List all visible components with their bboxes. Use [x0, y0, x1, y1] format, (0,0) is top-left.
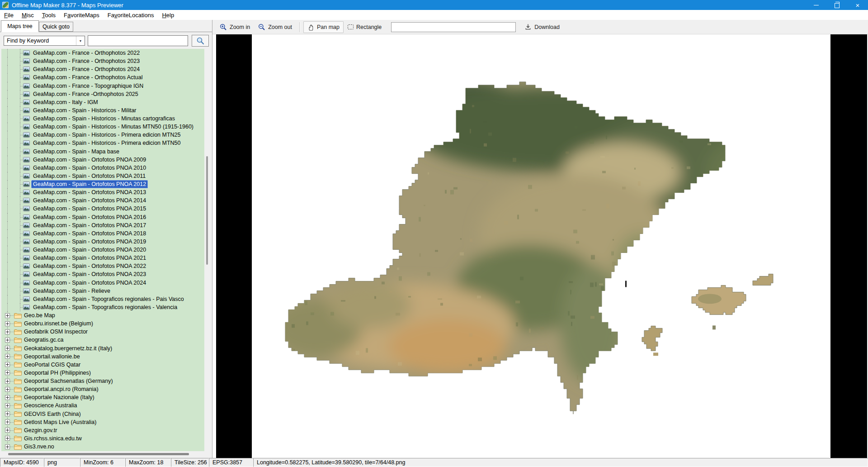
tab-quick-goto[interactable]: Quick goto — [39, 22, 73, 32]
expand-plus-icon[interactable] — [5, 411, 10, 416]
tree-item[interactable]: GeaMap.com - Spain - Ortofotos PNOA 2014 — [1, 196, 204, 205]
tree-item[interactable]: GeaMap.com - France - Orthophotos Actual — [1, 73, 204, 81]
tree-folder[interactable]: GEOVIS Earth (China) — [1, 410, 204, 418]
search-input[interactable] — [88, 35, 188, 46]
minimize-button[interactable] — [806, 0, 826, 10]
close-button[interactable]: × — [847, 0, 868, 10]
tree-item[interactable]: GeaMap.com - Spain - Historicos - Primer… — [1, 131, 204, 139]
search-filter-select[interactable]: Find by Keyword ▼ — [4, 36, 85, 46]
map-viewport[interactable] — [212, 34, 868, 458]
tree-folder[interactable]: Gezgin.gov.tr — [1, 426, 204, 434]
tab-maps-tree[interactable]: Maps tree — [1, 20, 39, 32]
map-canvas[interactable] — [212, 34, 868, 458]
tree-item[interactable]: GeaMap.com - Spain - Mapa base — [1, 148, 204, 156]
tree-folder[interactable]: Geobru.irisnet.be (Belgium) — [1, 319, 204, 328]
menu-misc[interactable]: Misc — [18, 11, 38, 19]
zoom-in-button[interactable]: Zoom in — [216, 21, 254, 33]
tree-folder[interactable]: Geoportale Nazionale (Italy) — [1, 393, 204, 401]
tree-folder[interactable]: Gis.rchss.sinica.edu.tw — [1, 434, 204, 443]
expand-plus-icon[interactable] — [5, 321, 10, 326]
tree-item[interactable]: GeaMap.com - Spain - Ortofotos PNOA 2024 — [1, 279, 204, 287]
expand-plus-icon[interactable] — [5, 313, 10, 318]
menu-favoritelocations[interactable]: FavoriteLocations — [104, 11, 158, 19]
tree-item[interactable]: GeaMap.com - Spain - Ortofotos PNOA 2023 — [1, 270, 204, 278]
tree-folder[interactable]: Geogratis.gc.ca — [1, 336, 204, 344]
expand-plus-icon[interactable] — [5, 362, 10, 367]
tree-item[interactable]: GeaMap.com - Spain - Ortofotos PNOA 2017 — [1, 221, 204, 229]
tree-folder[interactable]: Geoportal PH (Philippines) — [1, 369, 204, 377]
tree-item[interactable]: GeaMap.com - Spain - Ortofotos PNOA 2018 — [1, 229, 204, 238]
tree-folder[interactable]: Geoportail.wallonie.be — [1, 353, 204, 361]
tree-folder[interactable]: Geofabrik OSM Inspector — [1, 328, 204, 336]
rectangle-button[interactable]: Rectangle — [344, 22, 386, 33]
tree-item[interactable]: GeaMap.com - Spain - Ortofotos PNOA 2016 — [1, 213, 204, 221]
expand-plus-icon[interactable] — [5, 329, 10, 334]
tree-item[interactable]: GeaMap.com - Spain - Historicos - Minuta… — [1, 123, 204, 131]
tree-item[interactable]: GeaMap.com - Spain - Ortofotos PNOA 2011 — [1, 172, 204, 180]
search-button[interactable] — [192, 35, 209, 47]
tree-item-label: GeaMap.com - Spain - Relieve — [31, 287, 112, 295]
map-layer-icon — [23, 239, 30, 244]
tree-folder[interactable]: Geo.be Map — [1, 311, 204, 319]
tree-item[interactable]: GeaMap.com - Spain - Ortofotos PNOA 2020 — [1, 246, 204, 254]
tree-item[interactable]: GeaMap.com - Spain - Ortofotos PNOA 2021 — [1, 254, 204, 262]
tree-item[interactable]: GeaMap.com - Spain - Historicos - Milita… — [1, 106, 204, 114]
tree-line — [7, 279, 8, 287]
tree-folder[interactable]: Geoportal Sachsenatlas (Germany) — [1, 377, 204, 385]
menu-help[interactable]: Help — [158, 11, 178, 19]
expand-plus-icon[interactable] — [5, 354, 10, 359]
tree-horizontal-scrollbar[interactable] — [8, 453, 189, 455]
tree-folder[interactable]: Geokatalog.buergernetz.bz.it (Italy) — [1, 344, 204, 353]
toolbar-input[interactable] — [391, 22, 516, 32]
folder-icon — [14, 444, 22, 450]
menu-file[interactable]: File — [0, 11, 18, 19]
search-icon — [196, 37, 204, 45]
tree-item[interactable]: GeaMap.com - Spain - Topograficos region… — [1, 303, 204, 311]
expand-plus-icon[interactable] — [5, 436, 10, 441]
zoom-out-button[interactable]: Zoom out — [254, 21, 296, 33]
expand-plus-icon[interactable] — [5, 379, 10, 384]
tree-item[interactable]: GeaMap.com - France - Topographique IGN — [1, 82, 204, 90]
expand-plus-icon[interactable] — [5, 444, 10, 449]
tree-item[interactable]: GeaMap.com - France - Orthophotos 2022 — [1, 49, 204, 57]
tree-folder[interactable]: Geoscience Australia — [1, 401, 204, 410]
expand-plus-icon[interactable] — [5, 419, 10, 424]
tree-item[interactable]: GeaMap.com - Spain - Topograficos region… — [1, 295, 204, 303]
expand-plus-icon[interactable] — [5, 403, 10, 408]
menu-tools[interactable]: Tools — [38, 11, 60, 19]
tree-line — [7, 65, 8, 73]
expand-plus-icon[interactable] — [5, 428, 10, 433]
tree-folder[interactable]: Geoportal.ancpi.ro (Romania) — [1, 385, 204, 393]
tree-item[interactable]: GeaMap.com - Spain - Ortofotos PNOA 2013 — [1, 188, 204, 196]
zoom-in-icon — [220, 24, 227, 31]
expand-plus-icon[interactable] — [5, 370, 10, 375]
tree-item[interactable]: GeaMap.com - Spain - Ortofotos PNOA 2012 — [1, 180, 204, 188]
tree-item[interactable]: GeaMap.com - Italy - IGM — [1, 98, 204, 106]
chevron-down-icon[interactable]: ▼ — [76, 36, 85, 45]
expand-plus-icon[interactable] — [5, 346, 10, 351]
tree-item[interactable]: GeaMap.com - Spain - Ortofotos PNOA 2009 — [1, 156, 204, 164]
tree-item[interactable]: GeaMap.com - France - Orthophotos 2023 — [1, 57, 204, 65]
pan-map-button[interactable]: Pan map — [303, 21, 344, 33]
expand-plus-icon[interactable] — [5, 338, 10, 343]
tree-item[interactable]: GeaMap.com - Spain - Ortofotos PNOA 2015 — [1, 205, 204, 213]
tree-item[interactable]: GeaMap.com - Spain - Ortofotos PNOA 2022 — [1, 262, 204, 270]
tree-item[interactable]: GeaMap.com - France - Orthophotos 2024 — [1, 65, 204, 73]
tree-item[interactable]: GeaMap.com - Spain - Historicos - Minuta… — [1, 114, 204, 123]
tree-item[interactable]: GeaMap.com - France -Orthophotos 2025 — [1, 90, 204, 98]
tree-folder[interactable]: Getlost Maps Live (Australia) — [1, 418, 204, 426]
restore-button[interactable] — [826, 0, 847, 10]
menu-favoritemaps[interactable]: FavoriteMaps — [60, 11, 104, 19]
tree-item[interactable]: GeaMap.com - Spain - Historicos - Primer… — [1, 139, 204, 147]
tree-vertical-scrollbar[interactable] — [206, 156, 208, 265]
expand-plus-icon[interactable] — [5, 395, 10, 400]
tree-item[interactable]: GeaMap.com - Spain - Ortofotos PNOA 2010 — [1, 164, 204, 172]
folder-icon — [14, 321, 22, 327]
tree-item[interactable]: GeaMap.com - Spain - Ortofotos PNOA 2019 — [1, 238, 204, 246]
restore-icon — [835, 3, 840, 8]
tree-folder[interactable]: GeoPortal CGIS Qatar — [1, 361, 204, 369]
tree-item[interactable]: GeaMap.com - Spain - Relieve — [1, 287, 204, 295]
expand-plus-icon[interactable] — [5, 387, 10, 392]
tree-folder[interactable]: Gis3.nve.no — [1, 443, 204, 451]
download-button[interactable]: Download — [520, 21, 564, 33]
